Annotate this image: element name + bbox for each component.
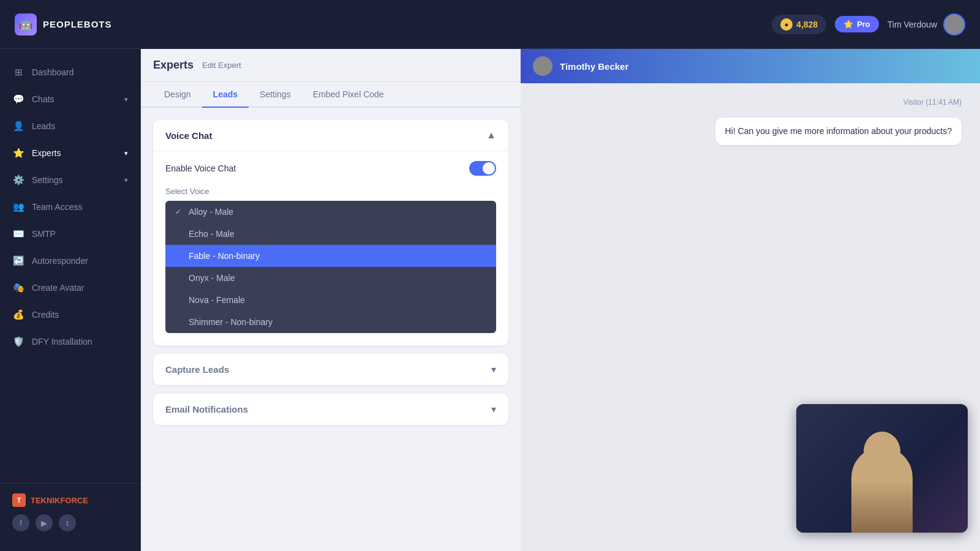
- right-panel: Timothy Becker Visitor (11:41 AM) Hi! Ca…: [521, 49, 980, 551]
- dashboard-icon: ⊞: [12, 66, 24, 78]
- logo-icon: 🤖: [15, 13, 37, 36]
- sidebar-item-dfy-installation[interactable]: 🛡️ DFY Installation: [0, 328, 140, 355]
- leads-icon: 👤: [12, 120, 24, 132]
- enable-voice-chat-row: Enable Voice Chat: [165, 161, 496, 176]
- capture-leads-title: Capture Leads: [165, 364, 229, 375]
- capture-leads-section: Capture Leads ▾: [153, 354, 508, 385]
- video-person: [851, 447, 913, 533]
- settings-content: Voice Chat ▲ Enable Voice Chat Select Vo…: [141, 108, 521, 551]
- tab-design[interactable]: Design: [153, 82, 202, 108]
- pro-label: Pro: [857, 20, 870, 29]
- dfy-icon: 🛡️: [12, 335, 24, 348]
- credits-badge[interactable]: ● 4,828: [772, 15, 826, 34]
- app-name: PEOPLEBOTS: [43, 19, 112, 29]
- sidebar-item-create-avatar[interactable]: 🎭 Create Avatar: [0, 274, 140, 301]
- facebook-icon[interactable]: f: [12, 514, 29, 531]
- sidebar-item-chats[interactable]: 💬 Chats ▾: [0, 86, 140, 113]
- teknikforce-name: TEKNIKFORCE: [31, 496, 88, 505]
- pro-icon: ⭐: [843, 20, 853, 29]
- voice-option-shimmer-nonbinary[interactable]: Shimmer - Non-binary: [165, 311, 496, 333]
- sidebar-item-credits[interactable]: 💰 Credits: [0, 301, 140, 328]
- experts-chevron: ▾: [124, 149, 128, 157]
- chats-chevron: ▾: [124, 96, 128, 103]
- sidebar-label-experts: Experts: [32, 148, 61, 158]
- voice-label-alloy-male: Alloy - Male: [189, 207, 233, 217]
- sidebar-item-leads[interactable]: 👤 Leads: [0, 113, 140, 140]
- create-avatar-icon: 🎭: [12, 282, 24, 294]
- experts-header: Experts Edit Expert: [141, 49, 521, 82]
- tab-leads[interactable]: Leads: [202, 82, 249, 108]
- sidebar-item-team-access[interactable]: 👥 Team Access: [0, 193, 140, 220]
- voice-label-onyx-male: Onyx - Male: [189, 273, 235, 283]
- pro-badge[interactable]: ⭐ Pro: [835, 16, 879, 32]
- settings-chevron: ▾: [124, 176, 128, 184]
- smtp-icon: ✉️: [12, 228, 24, 240]
- content-area: Experts Edit Expert Design Leads Setting…: [141, 49, 980, 551]
- autoresponder-icon: ↩️: [12, 255, 24, 267]
- coin-icon: ●: [780, 18, 793, 31]
- capture-leads-header[interactable]: Capture Leads ▾: [153, 354, 508, 385]
- twitter-icon[interactable]: t: [59, 514, 76, 531]
- voice-chat-collapse-icon: ▲: [486, 130, 496, 141]
- email-notifications-header[interactable]: Email Notifications ▾: [153, 394, 508, 425]
- page-title: Experts: [153, 59, 194, 72]
- sidebar-item-settings[interactable]: ⚙️ Settings ▾: [0, 167, 140, 193]
- sidebar-item-experts[interactable]: ⭐ Experts ▾: [0, 140, 140, 167]
- credits-amount: 4,828: [796, 20, 818, 29]
- voice-option-fable-nonbinary[interactable]: Fable - Non-binary: [165, 245, 496, 267]
- voice-option-echo-male[interactable]: Echo - Male: [165, 223, 496, 245]
- sidebar-label-leads: Leads: [32, 121, 55, 131]
- teknikforce-logo: T TEKNIKFORCE: [12, 493, 128, 507]
- user-name: Tim Verdouw: [888, 20, 937, 29]
- voice-label-shimmer-nonbinary: Shimmer - Non-binary: [189, 317, 273, 327]
- voice-dropdown[interactable]: ✓ Alloy - Male Echo - Male: [165, 201, 496, 333]
- video-placeholder: [796, 404, 968, 533]
- logo-area: 🤖 PEOPLEBOTS: [15, 13, 149, 36]
- chat-contact-name: Timothy Becker: [560, 61, 628, 72]
- chat-bubble: Hi! Can you give me more information abo…: [715, 118, 962, 145]
- capture-leads-expand-icon: ▾: [491, 364, 496, 375]
- voice-chat-header[interactable]: Voice Chat ▲: [153, 120, 508, 151]
- sidebar-label-credits: Credits: [32, 310, 59, 320]
- sidebar-label-autoresponder: Autoresponder: [32, 256, 88, 266]
- email-notifications-title: Email Notifications: [165, 404, 248, 414]
- social-icons: f ▶ t: [12, 514, 128, 531]
- top-bar: 🤖 PEOPLEBOTS ● 4,828 ⭐ Pro Tim Verdouw: [0, 0, 980, 49]
- chat-header: Timothy Becker: [521, 49, 980, 83]
- user-avatar[interactable]: [943, 13, 965, 36]
- message-time: Visitor (11:41 AM): [539, 98, 962, 107]
- sidebar-label-chats: Chats: [32, 94, 55, 104]
- tabs-bar: Design Leads Settings Embed Pixel Code: [141, 82, 521, 108]
- experts-icon: ⭐: [12, 147, 24, 159]
- user-info: Tim Verdouw: [888, 13, 965, 36]
- tab-embed-pixel-code[interactable]: Embed Pixel Code: [302, 82, 395, 108]
- sidebar-label-team-access: Team Access: [32, 202, 82, 212]
- voice-label-echo-male: Echo - Male: [189, 229, 235, 239]
- sidebar-item-smtp[interactable]: ✉️ SMTP: [0, 220, 140, 247]
- voice-option-alloy-male[interactable]: ✓ Alloy - Male: [165, 201, 496, 223]
- enable-voice-chat-toggle[interactable]: [469, 161, 496, 176]
- select-voice-label: Select Voice: [165, 187, 496, 196]
- top-bar-right: ● 4,828 ⭐ Pro Tim Verdouw: [772, 13, 965, 36]
- tab-settings[interactable]: Settings: [249, 82, 302, 108]
- voice-option-nova-female[interactable]: Nova - Female: [165, 289, 496, 311]
- sidebar-footer: T TEKNIKFORCE f ▶ t: [0, 483, 140, 541]
- sidebar-label-dashboard: Dashboard: [32, 67, 74, 77]
- email-notifications-expand-icon: ▾: [491, 403, 496, 415]
- middle-panel: Experts Edit Expert Design Leads Setting…: [141, 49, 521, 551]
- voice-option-onyx-male[interactable]: Onyx - Male: [165, 267, 496, 289]
- sidebar-item-dashboard[interactable]: ⊞ Dashboard: [0, 59, 140, 86]
- app-wrapper: 🤖 PEOPLEBOTS ● 4,828 ⭐ Pro Tim Verdouw: [0, 0, 980, 551]
- chat-avatar: [533, 56, 552, 76]
- enable-voice-chat-label: Enable Voice Chat: [165, 163, 236, 173]
- email-notifications-section: Email Notifications ▾: [153, 394, 508, 425]
- voice-dropdown-wrapper: ✓ Alloy - Male Echo - Male: [165, 201, 496, 333]
- voice-chat-title: Voice Chat: [165, 130, 212, 141]
- edit-expert-link[interactable]: Edit Expert: [202, 61, 241, 70]
- sidebar-label-dfy: DFY Installation: [32, 337, 92, 347]
- sidebar-item-autoresponder[interactable]: ↩️ Autoresponder: [0, 247, 140, 274]
- voice-chat-section: Voice Chat ▲ Enable Voice Chat Select Vo…: [153, 120, 508, 345]
- youtube-icon[interactable]: ▶: [36, 514, 53, 531]
- main-layout: ⊞ Dashboard 💬 Chats ▾ 👤 Leads ⭐ Experts …: [0, 49, 980, 551]
- team-access-icon: 👥: [12, 201, 24, 213]
